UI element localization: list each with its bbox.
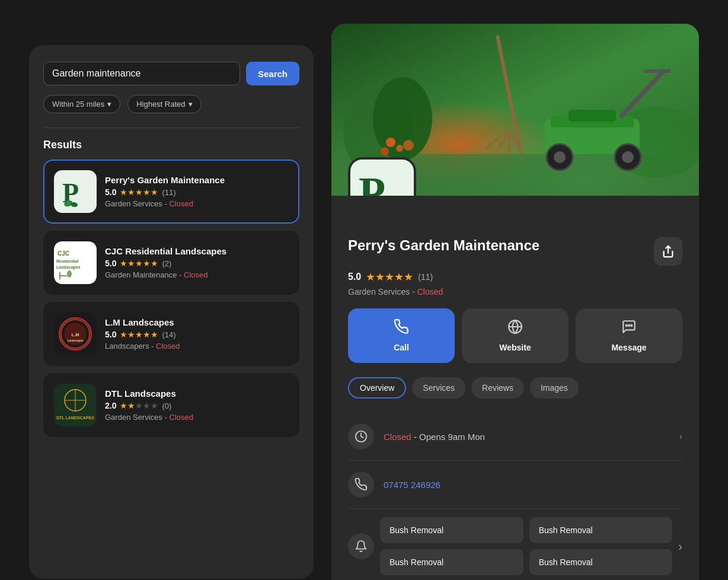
website-label: Website (499, 343, 531, 352)
detail-stars: ★★★★★ (366, 270, 413, 283)
rating-num-cjc: 5.0 (105, 259, 116, 268)
hours-info-row: Closed - Opens 9am Mon › (348, 413, 682, 461)
right-panel: P Perry's Garden Maintenance 5.0 ★★★★★ (… (331, 24, 699, 580)
rating-row-lm: 5.0 ★★★★★ (14) (105, 330, 289, 339)
detail-title: Perry's Garden Maintenance (348, 237, 539, 254)
svg-text:DTL LANDSCAPES: DTL LANDSCAPES (56, 416, 94, 420)
stars-cjc: ★★★★★ (120, 259, 158, 268)
review-count-dtl: (0) (162, 401, 171, 410)
tab-images[interactable]: Images (530, 377, 579, 399)
phone-icon-container (348, 471, 374, 498)
phone-number[interactable]: 07475 246926 (384, 480, 440, 490)
svg-rect-38 (569, 110, 616, 122)
svg-point-51 (628, 325, 630, 326)
hero-image: P (331, 24, 699, 196)
hours-text: Closed - Opens 9am Mon (384, 432, 670, 442)
services-outer-row: Bush Removal Bush Removal Bush Removal B… (348, 509, 682, 580)
sort-filter[interactable]: Highest Rated ▾ (127, 95, 201, 113)
services-chevron-icon[interactable]: › (678, 540, 682, 553)
rating-row-perrys: 5.0 ★★★★★ (11) (105, 187, 289, 197)
message-button[interactable]: Message (576, 308, 682, 363)
result-name-dtl: DTL Landscapes (105, 388, 289, 399)
filter-row: Within 25 miles ▾ Highest Rated ▾ (43, 95, 299, 113)
search-input[interactable] (43, 62, 240, 85)
svg-text:CJC: CJC (58, 250, 69, 257)
message-icon (621, 319, 637, 338)
hours-chevron-icon[interactable]: › (679, 431, 682, 442)
result-info-cjc: CJC Residential Landscapes 5.0 ★★★★★ (2)… (105, 246, 289, 279)
result-sub-cjc: Garden Maintenance - Closed (105, 270, 289, 279)
result-name-cjc: CJC Residential Landscapes (105, 246, 289, 256)
result-info-perrys: Perry's Garden Maintenance 5.0 ★★★★★ (11… (105, 175, 289, 208)
results-label: Results (43, 139, 299, 151)
detail-perry-logo-svg: P (356, 165, 409, 196)
svg-text:Landscapes: Landscapes (68, 339, 84, 342)
result-logo-cjc: CJC Residential Landscapes (54, 241, 97, 284)
result-info-lm: L.M Landscapes 5.0 ★★★★★ (14) Landscaper… (105, 317, 289, 350)
svg-point-28 (381, 147, 389, 155)
result-logo-lm: L.M Landscapes (54, 313, 97, 355)
clock-icon-container (348, 423, 374, 450)
search-button[interactable]: Search (246, 62, 299, 85)
dtl-logo-svg: DTL LANDSCAPES (55, 385, 95, 425)
share-button[interactable] (654, 237, 682, 266)
rating-num-perrys: 5.0 (105, 187, 116, 197)
website-button[interactable]: Website (462, 308, 569, 363)
svg-point-9 (67, 270, 72, 278)
svg-point-50 (626, 325, 627, 326)
result-card-dtl[interactable]: DTL LANDSCAPES DTL Landscapes 2.0 ★★★★★ … (43, 373, 299, 437)
result-logo-dtl: DTL LANDSCAPES (54, 384, 97, 426)
result-name-lm: L.M Landscapes (105, 317, 289, 327)
stars-dtl: ★★★★★ (120, 401, 158, 410)
tab-reviews[interactable]: Reviews (471, 377, 524, 399)
rating-row-dtl: 2.0 ★★★★★ (0) (105, 401, 289, 410)
tab-services[interactable]: Services (412, 377, 465, 399)
message-label: Message (611, 343, 646, 352)
result-sub-dtl: Garden Services - Closed (105, 413, 289, 422)
result-card-cjc[interactable]: CJC Residential Landscapes CJC Residenti… (43, 231, 299, 295)
business-logo-float: P (348, 157, 416, 196)
rating-row-cjc: 5.0 ★★★★★ (2) (105, 259, 289, 268)
detail-review-count: (11) (418, 272, 433, 282)
svg-text:L.M: L.M (72, 332, 79, 337)
result-info-dtl: DTL Landscapes 2.0 ★★★★★ (0) Garden Serv… (105, 388, 289, 422)
stars-lm: ★★★★★ (120, 330, 158, 339)
services-grid: Bush Removal Bush Removal Bush Removal B… (380, 517, 672, 575)
rating-num-lm: 5.0 (105, 330, 116, 339)
hours-status: Closed (384, 432, 411, 442)
result-sub-perrys: Garden Services - Closed (105, 199, 289, 208)
svg-point-35 (622, 151, 634, 163)
svg-point-33 (554, 151, 566, 163)
result-sub-lm: Landscapers - Closed (105, 342, 289, 350)
result-card-perrys[interactable]: P Perry's Garden Maintenance 5.0 ★★★★★ (… (43, 160, 299, 224)
share-icon (662, 245, 675, 258)
svg-point-52 (631, 325, 632, 326)
cjc-logo-svg: CJC Residential Landscapes (55, 243, 95, 283)
action-buttons: Call Website (348, 308, 682, 363)
rating-num-dtl: 2.0 (105, 401, 116, 410)
service-chip-2: Bush Removal (380, 549, 523, 575)
detail-header: Perry's Garden Maintenance (348, 237, 682, 266)
bell-icon-container (348, 533, 374, 559)
service-chip-1: Bush Removal (529, 517, 673, 543)
review-count-perrys: (11) (162, 188, 175, 197)
clock-icon (355, 430, 368, 443)
result-name-perrys: Perry's Garden Maintenance (105, 175, 289, 185)
svg-text:P: P (359, 168, 385, 196)
detail-content: Perry's Garden Maintenance 5.0 ★★★★★ (11… (331, 196, 699, 580)
svg-point-27 (396, 145, 403, 152)
svg-point-26 (386, 138, 395, 147)
tab-overview[interactable]: Overview (348, 377, 406, 399)
globe-icon (507, 319, 523, 338)
distance-filter[interactable]: Within 25 miles ▾ (43, 95, 120, 113)
detail-rating-num: 5.0 (348, 272, 361, 282)
svg-point-29 (403, 140, 414, 151)
phone-info-row: 07475 246926 (348, 461, 682, 509)
result-card-lm[interactable]: L.M Landscapes L.M Landscapes 5.0 ★★★★★ … (43, 302, 299, 366)
service-chip-3: Bush Removal (529, 549, 673, 575)
review-count-cjc: (2) (162, 259, 171, 268)
service-chip-0: Bush Removal (380, 517, 523, 543)
call-button[interactable]: Call (348, 308, 455, 363)
left-panel: Search Within 25 miles ▾ Highest Rated ▾… (29, 45, 314, 579)
hours-detail: - Opens 9am Mon (414, 432, 485, 442)
